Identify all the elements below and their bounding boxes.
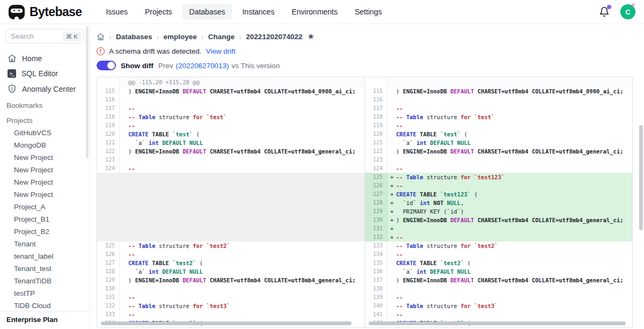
schema-diff-view: @@ -115,20 +115,28 @@ 115) ENGINE=InnoDB… xyxy=(97,77,633,328)
diff-line: 127+CREATE TABLE `test123` ( xyxy=(365,190,632,199)
diff-toolbar: Show diff Prev (202206270013) vs This ve… xyxy=(97,61,644,70)
sidebar-project-new-project[interactable]: New Project xyxy=(0,176,90,188)
diff-line: 124-- xyxy=(365,164,632,173)
diff-line: 120CREATE TABLE `test` ( xyxy=(97,130,364,138)
sidebar-project-project-b1[interactable]: Project_B1 xyxy=(0,213,90,225)
nav-item-issues[interactable]: Issues xyxy=(99,4,134,20)
bell-icon[interactable] xyxy=(599,6,610,17)
sidebar-project-new-project[interactable]: New Project xyxy=(0,164,90,176)
anomaly-center-icon xyxy=(8,84,17,93)
added-line-marker: + xyxy=(390,181,393,190)
diff-line: 128+ `id` int NOT NULL, xyxy=(365,199,632,207)
sidebar-scrollbar[interactable] xyxy=(86,26,89,158)
diff-line: 133-- Table structure for `test2` xyxy=(365,242,632,250)
diff-line: 125+-- Table structure for `test123` xyxy=(365,173,632,181)
diff-line: 138 xyxy=(365,284,632,293)
diff-line: 123 xyxy=(365,156,632,164)
diff-line: 122) ENGINE=InnoDB DEFAULT CHARSET=utf8m… xyxy=(365,147,632,156)
avatar[interactable]: C xyxy=(620,4,635,19)
sql-editor-icon: >_ xyxy=(8,69,16,78)
nav-item-databases[interactable]: Databases xyxy=(182,4,232,20)
diff-line: 137) ENGINE=InnoDB DEFAULT CHARSET=utf8m… xyxy=(365,276,632,284)
added-line-marker: + xyxy=(390,224,393,233)
diff-line: 117-- xyxy=(97,104,364,113)
diff-panel-current: 115) ENGINE=InnoDB DEFAULT CHARSET=utf8m… xyxy=(365,77,632,327)
sidebar-project-new-project[interactable]: New Project xyxy=(0,188,90,201)
diff-line: 121 `a` int DEFAULT NULL xyxy=(97,138,364,147)
diff-line: 116 xyxy=(97,96,364,104)
sidebar-item-label: Anomaly Center xyxy=(22,85,76,93)
diff-collapsed-region xyxy=(97,173,364,242)
added-line-marker: + xyxy=(390,173,393,181)
diff-line: 116 xyxy=(365,96,632,104)
view-drift-link[interactable]: View drift xyxy=(206,47,236,55)
nav-item-instances[interactable]: Instances xyxy=(235,4,281,20)
brand[interactable]: Bytebase xyxy=(9,5,82,19)
diff-line: 129+ PRIMARY KEY (`id`) xyxy=(365,207,632,216)
nav-item-projects[interactable]: Projects xyxy=(138,4,179,20)
diff-line: 122) ENGINE=InnoDB DEFAULT CHARSET=utf8m… xyxy=(97,147,364,156)
sidebar-project-githubvcs[interactable]: GitHubVCS xyxy=(0,127,90,139)
breadcrumb-item-change[interactable]: Change xyxy=(208,33,235,41)
breadcrumb-items: ›Databases›employee›Change›2022120207402… xyxy=(109,33,302,41)
diff-line: 135CREATE TABLE `test2` ( xyxy=(365,259,632,267)
search-input[interactable]: Search ⌘ K xyxy=(5,29,84,43)
added-line-marker: + xyxy=(390,216,393,224)
sidebar-project-tenant[interactable]: Tenant xyxy=(0,238,90,250)
breadcrumb-item-employee[interactable]: employee xyxy=(164,33,197,41)
sidebar-project-tenant-test[interactable]: Tenant_test xyxy=(0,262,90,275)
diff-line: 119-- xyxy=(365,121,632,130)
prev-label: Prev xyxy=(158,62,173,70)
toggle-label: Show diff xyxy=(121,62,153,70)
topnav-right: C xyxy=(599,4,635,19)
sidebar-item-anomaly-center[interactable]: Anomaly Center xyxy=(0,81,90,97)
diff-line: 130 xyxy=(97,284,364,293)
sidebar: Search ⌘ K Home >_ SQL Editor Anomaly Ce… xyxy=(0,24,90,329)
horizontal-scrollbar-right[interactable] xyxy=(369,321,626,325)
top-navigation: Bytebase IssuesProjectsDatabasesInstance… xyxy=(0,0,644,24)
diff-line: 141-- xyxy=(365,310,632,319)
diff-line: 115) ENGINE=InnoDB DEFAULT CHARSET=utf8m… xyxy=(365,87,632,96)
diff-line: 119-- xyxy=(97,121,364,130)
star-icon[interactable]: ★ xyxy=(307,32,314,41)
show-diff-toggle[interactable] xyxy=(97,61,116,70)
sidebar-item-label: SQL Editor xyxy=(21,69,58,78)
sidebar-item-sql-editor[interactable]: >_ SQL Editor xyxy=(0,66,90,81)
sidebar-item-home[interactable]: Home xyxy=(0,50,90,66)
sidebar-project-project-a[interactable]: Project_A xyxy=(0,201,90,213)
sidebar-section-bookmarks[interactable]: Bookmarks xyxy=(0,97,90,112)
prev-version-link[interactable]: (202206270013) xyxy=(176,62,229,70)
sidebar-project-tenant-label[interactable]: tenant_label xyxy=(0,250,90,262)
diff-line: 132+-- xyxy=(365,233,632,242)
plan-badge: Enterprise Plan xyxy=(0,311,90,329)
diff-header-row xyxy=(365,77,632,87)
diff-line: 115) ENGINE=InnoDB DEFAULT CHARSET=utf8m… xyxy=(97,87,364,96)
sidebar-item-label: Home xyxy=(22,54,42,63)
diff-line: 129) ENGINE=InnoDB DEFAULT CHARSET=utf8m… xyxy=(97,276,364,284)
main-nav: IssuesProjectsDatabasesInstancesEnvironm… xyxy=(99,4,392,20)
main-content: ›Databases›employee›Change›2022120207402… xyxy=(90,24,644,329)
nav-item-environments[interactable]: Environments xyxy=(284,4,345,20)
breadcrumb: ›Databases›employee›Change›2022120207402… xyxy=(97,32,644,41)
diff-line: 131-- xyxy=(97,293,364,302)
sidebar-project-mongodb[interactable]: MongoDB xyxy=(0,139,90,151)
nav-item-settings[interactable]: Settings xyxy=(348,4,389,20)
diff-line: 126+-- xyxy=(365,181,632,190)
home-breadcrumb-icon[interactable] xyxy=(97,33,105,41)
diff-line: 127CREATE TABLE `test2` ( xyxy=(97,259,364,267)
diff-line: 118-- Table structure for `test` xyxy=(365,113,632,121)
diff-line: 126-- xyxy=(97,250,364,259)
chevron-right-icon: › xyxy=(239,33,241,41)
sidebar-project-tidb-cloud[interactable]: TiDB Cloud xyxy=(0,299,90,312)
breadcrumb-item-20221202074022[interactable]: 20221202074022 xyxy=(246,33,302,41)
sidebar-project-project-b2[interactable]: Project_B2 xyxy=(0,225,90,238)
breadcrumb-item-databases[interactable]: Databases xyxy=(116,33,152,41)
sidebar-section-projects[interactable]: Projects xyxy=(0,112,90,127)
sidebar-project-new-project[interactable]: New Project xyxy=(0,151,90,164)
horizontal-scrollbar-left[interactable] xyxy=(101,321,352,325)
home-icon xyxy=(8,54,17,63)
diff-line: 131+ xyxy=(365,224,632,233)
sidebar-project-tenanttidb[interactable]: TenantTiDB xyxy=(0,275,90,287)
sidebar-project-testtp[interactable]: testTP xyxy=(0,287,90,299)
page-scrollbar[interactable] xyxy=(639,125,643,230)
